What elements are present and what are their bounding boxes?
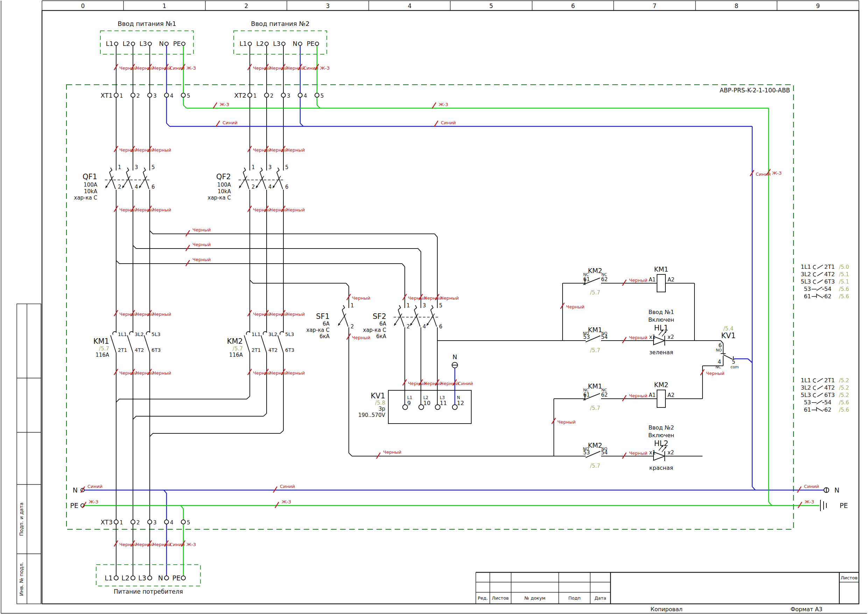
km1-pin: 5L3 — [152, 331, 161, 337]
ctl2-nc-device: KM1 — [588, 382, 603, 390]
tbl1-r: 4T2 — [824, 271, 835, 278]
xt1-point: 4 — [170, 93, 174, 99]
sf2-pin: 4 — [423, 323, 426, 330]
kv1-name: KV1 — [371, 392, 386, 400]
tbl2-l: 61 — [804, 406, 811, 413]
consumer-l2-label: L2 — [121, 574, 129, 582]
wire-label: Черный — [253, 65, 271, 71]
hl2-caption1: Ввод №2 — [648, 424, 674, 431]
qf1-pin: 4 — [135, 184, 138, 190]
kv1-contact-ref: /5.4 — [724, 326, 734, 332]
wire-label: Черный — [408, 381, 426, 386]
kv1-term-num: 12 — [457, 400, 464, 406]
kv1-poles: 3p — [378, 406, 385, 412]
qf1-amps: 100A — [84, 182, 98, 188]
xt3-point: 2 — [136, 519, 140, 526]
tbl1-r: 62 — [824, 293, 831, 300]
xt3-point: 1 — [119, 519, 123, 526]
tbl1-l: 61 — [804, 293, 811, 300]
wire-label: Черный — [253, 207, 271, 213]
margin-label-sign-date: Подп. и дата — [19, 502, 24, 536]
ctl2-coil-name: KM2 — [654, 381, 669, 389]
wire-label: Черный — [270, 65, 288, 71]
qf2-pin: 2 — [251, 184, 255, 190]
wire-label: Черный — [440, 381, 459, 386]
wire-label: Черный — [136, 312, 154, 317]
voltage-relay-kv1: KV1 /5.8 3p 190..570V L1 L2 L3 N 9 10 11… — [358, 390, 471, 424]
ctl1-no-ref: /5.7 — [590, 347, 600, 354]
wire-label: Черный — [629, 451, 647, 456]
km1-pin: 2T1 — [118, 347, 127, 353]
km1-amps: 116A — [96, 352, 110, 358]
ruler-col: 7 — [653, 2, 657, 9]
wire-label: Черный — [153, 370, 171, 376]
wire-label: Ж-З — [186, 65, 196, 71]
sf2-pin: 6 — [439, 323, 443, 330]
hl1-name: HL1 — [654, 324, 669, 332]
sf2-pin: 2 — [406, 323, 410, 330]
wire-label: Ж-З — [439, 102, 448, 107]
breaker-sf2: SF2 6А хар-ка С 6кА 1 3 5 2 4 6 — [363, 302, 443, 340]
wire-label: Черный — [270, 148, 288, 152]
hl2-caption2: Включен — [648, 432, 674, 438]
wire-label: Ж-З — [772, 171, 781, 176]
tbl2-ref: /5.2 — [839, 385, 849, 391]
hl1-color: зеленая — [649, 349, 673, 356]
kv1-range: 190..570V — [358, 412, 386, 418]
feed2-l2-label: L2 — [256, 40, 264, 47]
ctl1-coil-name: KM1 — [654, 265, 669, 273]
kv1-term-num: 10 — [423, 400, 430, 406]
wire-label: Ж-З — [282, 499, 291, 504]
ctl1-nc-device: KM2 — [588, 267, 603, 274]
tbl2-ref: /5.6 — [839, 399, 849, 406]
kv1-term-name: N — [457, 395, 460, 400]
n-left-label: N — [73, 486, 78, 494]
xt2-point: 2 — [270, 93, 274, 99]
km2-pin: 3L2 — [268, 331, 277, 337]
sf2-pin: 1 — [406, 302, 410, 309]
kv1-term-name: L3 — [440, 395, 445, 400]
ctl1-no-pin: 54 — [601, 334, 608, 340]
hl2-x1: x1 — [649, 449, 656, 456]
feed2-l1-label: L1 — [240, 40, 247, 47]
wire-label: Синий — [87, 484, 102, 489]
control-block1: KM2 NC NC 61 62 /5.7 KM1 A1 A2 KM1 NO NO… — [437, 265, 721, 356]
cabinet-model-label: АВР-PRS-K-2-1-100-ABB — [720, 87, 790, 94]
qf2-pin: 4 — [268, 184, 272, 190]
km2-contact-table: 1L1 2T1 /5.2 3L2 4T2 /5.2 5L3 6T3 /5.2 5… — [801, 377, 849, 413]
kv1-term-num: 11 — [440, 400, 447, 406]
km1-pin: 4T2 — [135, 347, 144, 353]
wire-label: Черный — [287, 312, 305, 317]
km2-pin: 5L3 — [285, 331, 294, 337]
tbl1-ref: /5.6 — [839, 286, 849, 292]
ctl1-nc-pin: 61 — [583, 276, 590, 283]
wire-label: Черный — [192, 227, 211, 232]
ctl2-nc-pin: 61 — [583, 392, 590, 398]
tbl1-r: 54 — [824, 286, 831, 292]
qf1-pin: 5 — [152, 164, 155, 171]
km1-name: KM1 — [93, 337, 109, 345]
qf1-char: хар-ка С — [74, 194, 98, 201]
wire-label: Синий — [223, 120, 237, 125]
km1-ref: /5.7 — [99, 345, 109, 352]
wire-label: Черный — [287, 370, 305, 376]
feed2-block: Ввод питания №2 L1 L2 L3 N PE — [234, 20, 327, 54]
ruler-col: 4 — [408, 2, 412, 9]
hl1-caption1: Ввод №1 — [648, 309, 674, 316]
tbl1-ref: /5.1 — [839, 279, 849, 285]
wire-label: Черный — [352, 335, 370, 340]
wire-label: Черный — [424, 381, 442, 386]
tbl1-r: 6T3 — [824, 278, 835, 285]
kv1-term-name: L2 — [423, 395, 428, 400]
sf1-pin: 2 — [350, 323, 354, 330]
feed2-n-label: N — [293, 40, 298, 47]
ruler: 0 1 2 3 4 5 6 7 8 9 — [42, 1, 859, 11]
tbl1-ref: /5.0 — [839, 264, 849, 270]
contactor-km1-main: KM1 /5.7 116A 1L1 3L2 5L3 2T1 4T2 6T3 — [93, 331, 161, 358]
wire-label: Черный — [136, 370, 154, 376]
qf1-pin: 1 — [118, 164, 121, 171]
terminal-strip-xt3: XT3 1 2 3 4 5 — [101, 518, 190, 526]
pe-left-label: PE — [70, 502, 78, 509]
wire-label: Черный — [253, 370, 271, 376]
breaker-qf1: QF1 100A 10kA хар-ка С 1 3 5 2 4 6 — [74, 164, 155, 201]
